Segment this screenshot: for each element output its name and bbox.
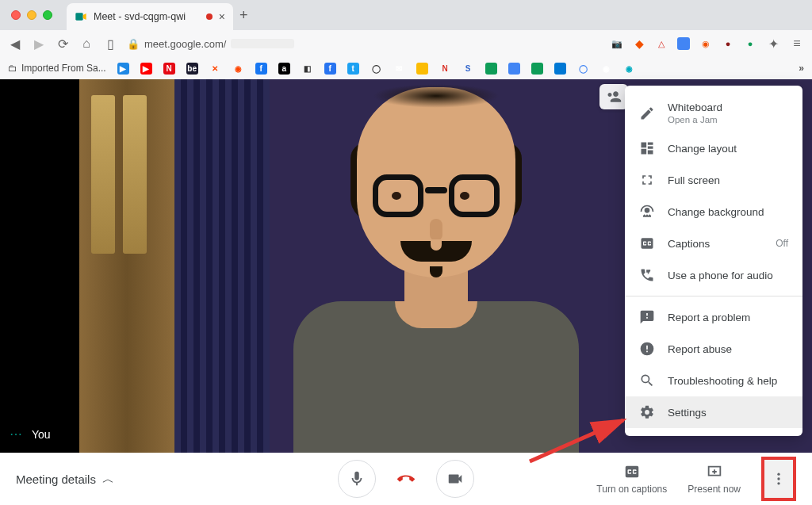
meet-favicon-icon <box>75 10 87 23</box>
meet-main-area: ⋯ You Whiteboard Open a Jam Change layou… <box>0 79 812 453</box>
bm-docs-icon[interactable] <box>508 63 520 75</box>
bm-icon[interactable]: ▶ <box>117 63 129 75</box>
menu-phone-audio[interactable]: Use a phone for audio <box>625 259 802 291</box>
camera-ext-icon[interactable]: 📷 <box>611 37 623 50</box>
menu-phone-audio-label: Use a phone for audio <box>668 270 788 281</box>
bm-keep-icon[interactable] <box>416 63 428 75</box>
menu-change-layout-label: Change layout <box>668 143 788 155</box>
bm-gmail-icon[interactable]: ✉ <box>393 63 405 75</box>
browser-menu-button[interactable]: ≡ <box>790 36 804 51</box>
present-now-button[interactable]: Present now <box>688 463 741 495</box>
bm-icon[interactable]: N <box>439 63 451 75</box>
bm-icon[interactable] <box>554 63 566 75</box>
menu-captions-state: Off <box>776 238 788 249</box>
center-controls <box>338 460 474 498</box>
menu-report-problem-label: Report a problem <box>668 312 788 323</box>
chevron-up-icon: ︿ <box>102 472 114 487</box>
bookmarks-overflow-button[interactable]: » <box>799 63 804 74</box>
bm-icon[interactable]: ◉ <box>623 63 635 75</box>
right-controls: Turn on captions Present now <box>596 457 796 501</box>
new-tab-button[interactable]: + <box>239 7 248 24</box>
url-blur <box>231 39 294 48</box>
fullscreen-icon <box>639 172 655 188</box>
background-icon <box>639 204 655 220</box>
menu-whiteboard-label: Whiteboard <box>668 101 788 113</box>
toggle-camera-button[interactable] <box>436 460 474 498</box>
close-window-button[interactable] <box>11 10 21 20</box>
tab-close-button[interactable]: × <box>219 10 225 23</box>
zoom-window-button[interactable] <box>43 10 52 20</box>
forward-button[interactable]: ▶ <box>32 36 46 52</box>
window-controls[interactable] <box>11 10 52 20</box>
menu-captions-label: Captions <box>668 238 763 250</box>
bookmarks-bar: 🗀 Imported From Sa... ▶ ▶ N be ✕ ◉ f a ◧… <box>0 57 812 79</box>
menu-captions[interactable]: Captions Off <box>625 228 802 259</box>
bookmark-folder[interactable]: 🗀 Imported From Sa... <box>8 63 106 74</box>
menu-full-screen-label: Full screen <box>668 174 788 186</box>
extension-icons: 📷 ◆ △ ◉ ● ● ✦ ≡ <box>611 36 804 52</box>
mute-mic-button[interactable] <box>338 460 376 498</box>
bm-icon[interactable]: ◯ <box>370 63 382 75</box>
reload-button[interactable]: ⟳ <box>56 36 70 52</box>
menu-whiteboard[interactable]: Whiteboard Open a Jam <box>625 94 802 132</box>
ext-dark-icon[interactable]: ● <box>722 37 734 50</box>
folder-icon: 🗀 <box>8 63 17 74</box>
tab-strip: Meet - svd-cqgm-qwi × + <box>0 0 812 30</box>
bm-icon[interactable]: ✕ <box>209 63 221 75</box>
bm-chrome-icon[interactable]: ◉ <box>600 63 612 75</box>
bm-hangouts-icon[interactable] <box>531 63 543 75</box>
abuse-icon <box>639 341 655 357</box>
translate-icon[interactable] <box>677 37 690 50</box>
ext-triangle-icon[interactable]: △ <box>655 37 668 50</box>
bm-icon[interactable]: ◧ <box>301 63 313 75</box>
leave-call-button[interactable] <box>387 460 425 498</box>
brave-icon[interactable]: ◆ <box>633 37 645 50</box>
back-button[interactable]: ◀ <box>8 36 22 52</box>
ext-orange-icon[interactable]: ◉ <box>699 37 712 50</box>
menu-troubleshoot-label: Troubleshooting & help <box>668 375 788 387</box>
participants-button[interactable] <box>599 84 628 109</box>
tab-title: Meet - svd-cqgm-qwi <box>94 11 200 22</box>
bm-amazon-icon[interactable]: a <box>278 63 290 75</box>
self-name-pill[interactable]: ⋯ You <box>10 427 51 442</box>
menu-report-abuse[interactable]: Report abuse <box>625 333 802 365</box>
feedback-icon <box>639 309 655 325</box>
bm-icon[interactable]: ◯ <box>577 63 589 75</box>
pin-options-icon[interactable]: ⋯ <box>10 427 24 442</box>
bm-icon[interactable]: S <box>462 63 474 75</box>
bm-facebook-icon[interactable]: f <box>255 63 267 75</box>
bm-youtube-icon[interactable]: ▶ <box>140 63 152 75</box>
menu-settings-label: Settings <box>668 407 788 419</box>
phone-icon <box>639 267 655 283</box>
home-button[interactable]: ⌂ <box>79 36 94 51</box>
bm-twitter-icon[interactable]: t <box>347 63 359 75</box>
gear-icon <box>639 404 655 420</box>
bm-flipkart-icon[interactable]: f <box>324 63 336 75</box>
bm-sheets-icon[interactable] <box>485 63 497 75</box>
ext-green-icon[interactable]: ● <box>744 37 756 50</box>
menu-settings[interactable]: Settings <box>625 396 802 428</box>
menu-change-background[interactable]: Change background <box>625 196 802 228</box>
menu-change-layout[interactable]: Change layout <box>625 132 802 164</box>
more-options-menu: Whiteboard Open a Jam Change layout Full… <box>625 86 802 436</box>
bm-reddit-icon[interactable]: ◉ <box>232 63 244 75</box>
meeting-details-button[interactable]: Meeting details ︿ <box>16 472 114 487</box>
bookmark-button[interactable]: ▯ <box>103 36 117 52</box>
bm-icon[interactable]: be <box>186 63 198 75</box>
url-bar[interactable]: 🔒 meet.google.com/ <box>127 38 601 50</box>
browser-tab[interactable]: Meet - svd-cqgm-qwi × <box>67 3 233 30</box>
menu-full-screen[interactable]: Full screen <box>625 164 802 196</box>
menu-troubleshoot[interactable]: Troubleshooting & help <box>625 365 802 396</box>
address-bar-row: ◀ ▶ ⟳ ⌂ ▯ 🔒 meet.google.com/ 📷 ◆ △ ◉ ● ●… <box>0 30 812 57</box>
bm-netflix-icon[interactable]: N <box>163 63 175 75</box>
menu-report-problem[interactable]: Report a problem <box>625 301 802 333</box>
extensions-button[interactable]: ✦ <box>766 36 780 52</box>
bookmark-folder-label: Imported From Sa... <box>21 63 106 74</box>
more-options-button[interactable] <box>761 457 796 501</box>
menu-separator <box>625 296 802 296</box>
person-illustration <box>246 79 626 453</box>
pen-icon <box>639 105 655 121</box>
captions-button[interactable]: Turn on captions <box>596 463 667 495</box>
menu-whiteboard-sub: Open a Jam <box>668 115 788 124</box>
minimize-window-button[interactable] <box>27 10 36 20</box>
